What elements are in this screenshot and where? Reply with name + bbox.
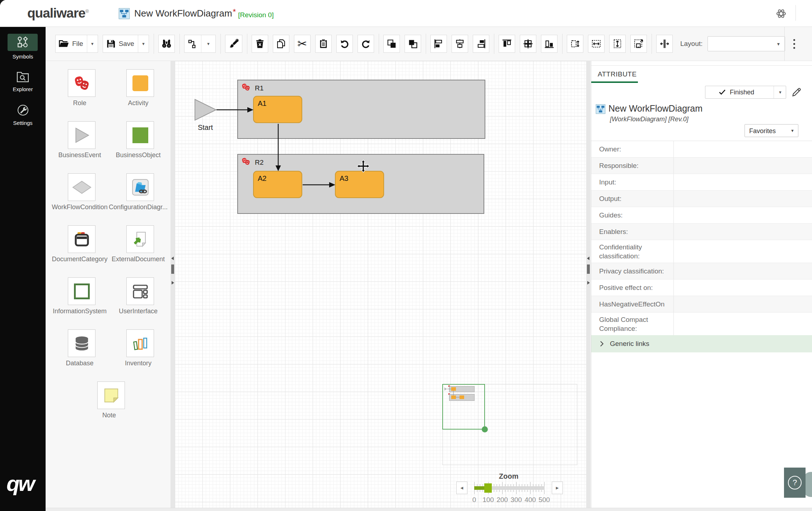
scissors-icon: ✂	[298, 38, 307, 49]
split-button[interactable]	[656, 35, 673, 53]
align-middle-button[interactable]	[520, 35, 536, 53]
explorer-icon	[16, 71, 29, 83]
favorites-dropdown[interactable]: Favorites ▼	[745, 124, 798, 137]
find-button[interactable]	[158, 35, 175, 53]
same-height-button[interactable]	[609, 35, 626, 53]
tab-underline	[591, 81, 638, 83]
undo-button[interactable]	[336, 35, 353, 53]
field-row: Guides:	[591, 207, 812, 224]
palette-item-activity[interactable]	[126, 69, 154, 97]
align-top-button[interactable]	[499, 35, 515, 53]
palette-item-informationsystem[interactable]	[68, 277, 95, 305]
redo-icon	[360, 39, 371, 49]
field-value[interactable]	[674, 174, 812, 190]
overview-resize-handle[interactable]	[482, 426, 488, 432]
palette-item-businessevent[interactable]	[68, 121, 95, 149]
help-button[interactable]: ?	[784, 468, 806, 498]
tab-attribute[interactable]: ATTRIBUTE	[598, 70, 637, 78]
overview-viewport[interactable]	[442, 384, 485, 430]
palette-item-businessobject[interactable]	[126, 121, 154, 149]
panel-title: New WorkFlowDiagram	[608, 103, 703, 114]
palette-item-userinterface[interactable]	[126, 277, 154, 305]
activity-a2[interactable]: A2	[253, 171, 302, 198]
align-right-button[interactable]	[473, 35, 489, 53]
field-value[interactable]	[674, 191, 812, 207]
field-value[interactable]	[674, 280, 812, 296]
bring-to-front-button[interactable]	[383, 35, 400, 53]
align-middle-icon	[523, 39, 533, 49]
activity-icon	[132, 75, 148, 91]
activity-a3[interactable]: A3	[335, 171, 384, 198]
palette-item-inventory[interactable]	[126, 329, 154, 357]
sidebar-item-settings[interactable]	[0, 104, 46, 117]
field-row: Owner:	[591, 141, 812, 158]
field-value[interactable]	[674, 296, 812, 312]
pencil-icon	[791, 86, 802, 98]
bottom-strip	[46, 508, 812, 511]
field-value[interactable]	[674, 224, 812, 240]
palette-item-role[interactable]	[68, 69, 95, 97]
redo-button[interactable]	[358, 35, 374, 53]
paintbrush-icon	[228, 38, 239, 49]
database-icon	[74, 335, 90, 352]
palette-item-configurationdiagram[interactable]	[126, 173, 154, 201]
connector-dropdown-arrow[interactable]: ▼	[201, 35, 215, 52]
align-bottom-button[interactable]	[541, 35, 557, 53]
status-dropdown[interactable]: Finished ▼	[705, 86, 786, 99]
field-value[interactable]	[674, 313, 812, 335]
diagram-canvas[interactable]: R1 R2 A1 A2 A3 Start	[175, 61, 589, 508]
send-to-back-button[interactable]	[405, 35, 421, 53]
palette-item-workflowcondition[interactable]	[68, 173, 95, 201]
palette-item-documentcategory[interactable]	[68, 225, 95, 253]
align-center-button[interactable]	[452, 35, 468, 53]
connector-button[interactable]: ▼	[184, 35, 216, 53]
cut-button[interactable]: ✂	[294, 35, 311, 53]
start-node[interactable]	[194, 99, 217, 122]
file-dropdown-arrow[interactable]: ▼	[87, 35, 98, 52]
delete-button[interactable]	[252, 35, 268, 53]
activity-a1[interactable]: A1	[253, 96, 302, 123]
edit-button[interactable]	[791, 86, 802, 98]
zoom-in-button[interactable]: ►	[552, 482, 563, 494]
more-options-button[interactable]	[787, 33, 801, 54]
copy-icon	[276, 38, 286, 49]
save-dropdown-arrow[interactable]: ▼	[138, 35, 149, 52]
trash-x-icon	[255, 38, 265, 49]
zoom-slider-handle[interactable]	[484, 483, 492, 493]
field-value[interactable]	[674, 263, 812, 279]
field-row: Output:	[591, 191, 812, 207]
file-button[interactable]: File ▼	[55, 35, 98, 53]
paste-button[interactable]	[315, 35, 332, 53]
attribute-fields: Owner: Responsible: Input: Output: Guide…	[591, 141, 812, 336]
sidebar-item-symbols[interactable]	[8, 34, 38, 51]
field-value[interactable]	[674, 158, 812, 174]
chevron-right-icon	[598, 341, 605, 347]
scale-button[interactable]	[630, 35, 647, 53]
canvas-scrollbar-left[interactable]	[171, 61, 175, 508]
layout-dropdown[interactable]: ▼	[708, 36, 785, 51]
field-value[interactable]	[674, 141, 812, 157]
status-dropdown-arrow[interactable]: ▼	[778, 90, 782, 94]
same-width-button[interactable]	[588, 35, 605, 53]
field-value[interactable]	[674, 240, 812, 263]
canvas-scrollbar-right[interactable]	[586, 61, 591, 508]
sidebar-item-explorer[interactable]	[0, 71, 46, 83]
language-globe-icon[interactable]	[775, 7, 788, 20]
toolbar: File ▼ Save ▼ ▼ ✂	[46, 27, 812, 61]
field-value[interactable]	[674, 207, 812, 223]
zoom-slider[interactable]	[474, 482, 545, 494]
palette-item-database[interactable]	[68, 329, 95, 357]
palette-item-externaldocument[interactable]	[126, 225, 154, 253]
send-to-back-icon	[408, 39, 418, 49]
align-left-button[interactable]	[430, 35, 447, 53]
same-width-icon	[591, 39, 601, 49]
copy-button[interactable]	[273, 35, 289, 53]
role-masks-icon	[241, 157, 252, 167]
same-size-button[interactable]	[567, 35, 583, 53]
save-button[interactable]: Save ▼	[103, 35, 149, 53]
zoom-out-button[interactable]: ◄	[456, 482, 467, 494]
business-event-icon	[73, 126, 91, 144]
format-painter-button[interactable]	[225, 35, 242, 53]
generic-links-row[interactable]: Generic links	[591, 335, 812, 352]
palette-item-note[interactable]	[97, 381, 125, 409]
